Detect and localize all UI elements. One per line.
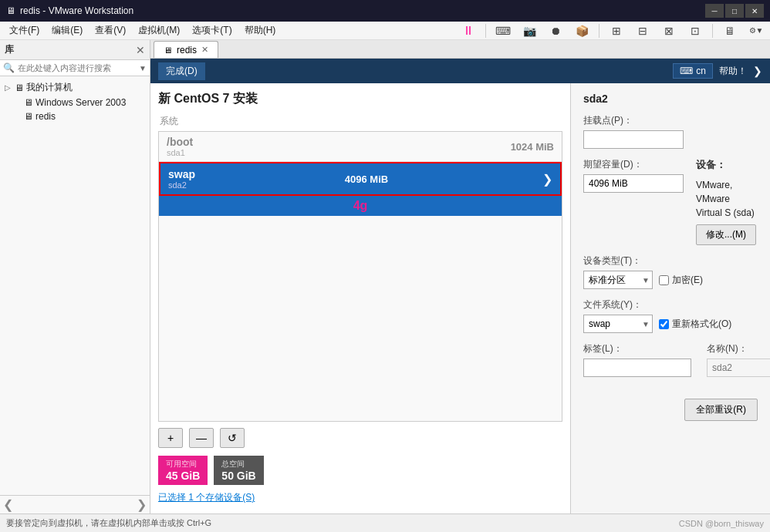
total-space-label: 总空间 (221, 459, 255, 470)
partition-item-boot[interactable]: /boot sda1 1024 MiB (159, 132, 562, 162)
swap-annotation: 4g (159, 196, 562, 216)
main-area: 库 ✕ 🔍 ▼ ▷ 🖥 我的计算机 🖥 Windows Server 2003 … (0, 40, 770, 513)
label-field-label: 标签(L)： (583, 342, 691, 355)
view-full-button[interactable]: ⊞ (606, 23, 627, 39)
menu-help[interactable]: 帮助(H) (238, 22, 282, 39)
view-console-button[interactable]: 🖥 (719, 23, 741, 39)
modify-button[interactable]: 修改...(M) (696, 224, 756, 245)
reset-partition-button[interactable]: ↺ (220, 428, 245, 448)
scroll-right-icon[interactable]: ❯ (753, 65, 762, 77)
encrypt-label: 加密(E) (672, 274, 703, 287)
desired-cap-input[interactable] (583, 174, 684, 193)
tree-label-windows-server: Windows Server 2003 (35, 97, 126, 108)
mount-point-row: 挂载点(P)： (583, 114, 758, 149)
tree-item-my-computer[interactable]: ▷ 🖥 我的计算机 (0, 79, 150, 96)
encrypt-checkbox-label[interactable]: 加密(E) (659, 274, 703, 287)
name-input[interactable] (707, 359, 770, 377)
help-button[interactable]: 帮助！ (719, 65, 747, 78)
sidebar-scroll-right[interactable]: ❯ (137, 497, 147, 512)
tab-redis-close[interactable]: ✕ (201, 45, 208, 55)
tree-expand-icon: ▷ (3, 83, 12, 92)
swap-partition-arrow: ❯ (542, 172, 552, 187)
view-more-button[interactable]: ⊡ (684, 23, 706, 39)
menu-view[interactable]: 查看(V) (89, 22, 132, 39)
sidebar: 库 ✕ 🔍 ▼ ▷ 🖥 我的计算机 🖥 Windows Server 2003 … (0, 40, 150, 513)
view-settings-button[interactable]: ⚙▼ (745, 23, 767, 39)
fs-select[interactable]: swap (583, 315, 653, 333)
maximize-button[interactable]: □ (725, 4, 744, 18)
device-type-label: 设备类型(T)： (583, 254, 758, 268)
keyboard-icon: ⌨ (680, 66, 693, 76)
search-icon: 🔍 (3, 62, 15, 73)
tab-redis-icon: 🖥 (164, 45, 172, 55)
menu-edit[interactable]: 编辑(E) (46, 22, 89, 39)
bottom-message: 要接管定向到虚拟机，请在虚拟机内部单击或按 Ctrl+G (6, 517, 211, 529)
space-info-row: 可用空间 45 GiB 总空间 50 GiB (158, 454, 562, 490)
menu-file[interactable]: 文件(F) (3, 22, 46, 39)
vm-status-complete-button[interactable]: 完成(D) (158, 62, 205, 80)
detail-panel-title: sda2 (583, 93, 758, 105)
screenshot-button[interactable]: 📷 (518, 23, 540, 39)
send-ctrl-alt-del-button[interactable]: ⌨ (492, 23, 514, 39)
swap-partition-dev: sda2 (168, 180, 195, 190)
menu-vm[interactable]: 虚拟机(M) (132, 22, 186, 39)
menu-tab[interactable]: 选项卡(T) (186, 22, 238, 39)
name-field-label: 名称(N)： (707, 342, 770, 355)
device-text: VMware, VMware Virtual S (sda) (696, 178, 758, 220)
bottom-bar: 要接管定向到虚拟机，请在虚拟机内部单击或按 Ctrl+G CSDN @born_… (0, 513, 770, 532)
search-input[interactable] (18, 63, 136, 72)
remove-partition-button[interactable]: — (189, 428, 214, 448)
device-section-title: 设备： (696, 158, 758, 172)
minimize-button[interactable]: ─ (705, 4, 724, 18)
kb-lang-label: cn (696, 66, 706, 76)
record-button[interactable]: ⏺ (545, 23, 566, 39)
toolbar-separator-2 (599, 24, 599, 38)
partition-item-swap[interactable]: swap sda2 4096 MiB ❯ (159, 162, 562, 196)
computer-icon: 🖥 (15, 82, 24, 93)
total-space-value: 50 GiB (221, 470, 255, 482)
total-space-box: 总空间 50 GiB (214, 456, 263, 485)
reformat-checkbox[interactable] (659, 319, 669, 329)
reformat-checkbox-label[interactable]: 重新格式化(O) (659, 318, 731, 331)
view-tile-button[interactable]: ⊠ (658, 23, 680, 39)
sidebar-header: 库 ✕ (0, 40, 150, 60)
toolbar-separator-3 (712, 24, 713, 38)
snapshot-button[interactable]: 📦 (571, 23, 593, 39)
keyboard-layout-button[interactable]: ⌨ cn (673, 63, 713, 79)
sidebar-close-button[interactable]: ✕ (136, 44, 145, 56)
close-button[interactable]: ✕ (745, 4, 764, 18)
filesystem-row: 文件系统(Y)： swap ▼ 重新格式化(O) (583, 298, 758, 333)
sidebar-scroll-left[interactable]: ❮ (3, 497, 13, 512)
watermark: CSDN @born_thisway (679, 519, 764, 528)
tree-item-redis[interactable]: 🖥 redis (0, 109, 150, 123)
partition-system-subtitle: 系统 (158, 115, 562, 128)
tab-bar: 🖥 redis ✕ (150, 40, 770, 59)
search-dropdown-icon[interactable]: ▼ (139, 64, 147, 72)
add-partition-button[interactable]: + (158, 428, 183, 448)
pause-button[interactable]: ⏸ (458, 23, 479, 39)
view-split-button[interactable]: ⊟ (632, 23, 653, 39)
device-type-row: 设备类型(T)： 标准分区 ▼ 加密(E) (583, 254, 758, 289)
label-name-row: 标签(L)： 名称(N)： (583, 342, 758, 377)
mount-point-input[interactable] (583, 130, 684, 149)
tree-item-windows-server[interactable]: 🖥 Windows Server 2003 (0, 96, 150, 109)
encrypt-checkbox[interactable] (659, 275, 669, 285)
selected-storage-info[interactable]: 已选择 1 个存储设备(S) (158, 490, 562, 506)
tree-area: ▷ 🖥 我的计算机 🖥 Windows Server 2003 🖥 redis (0, 76, 150, 495)
tab-redis-label: redis (177, 45, 197, 56)
label-input[interactable] (583, 359, 691, 377)
partition-editor-title: 新 CentOS 7 安装 (158, 91, 562, 107)
reset-all-button[interactable]: 全部重设(R) (684, 399, 758, 421)
reformat-label: 重新格式化(O) (672, 318, 731, 331)
tab-redis[interactable]: 🖥 redis ✕ (154, 41, 218, 58)
fs-select-wrapper: swap ▼ (583, 315, 653, 333)
menu-bar: 文件(F) 编辑(E) 查看(V) 虚拟机(M) 选项卡(T) 帮助(H) ⏸ … (0, 22, 770, 40)
partition-controls: + — ↺ (158, 422, 562, 454)
title-bar: 🖥 redis - VMware Workstation ─ □ ✕ (0, 0, 770, 22)
tree-label-my-computer: 我的计算机 (26, 81, 73, 94)
device-type-select[interactable]: 标准分区 (583, 271, 653, 289)
partition-editor: 新 CentOS 7 安装 系统 /boot sda1 1024 MiB (150, 83, 770, 513)
partition-left-panel: 新 CentOS 7 安装 系统 /boot sda1 1024 MiB (150, 83, 571, 513)
desired-cap-section: 期望容量(D)： (583, 158, 684, 245)
avail-space-value: 45 GiB (166, 470, 200, 482)
